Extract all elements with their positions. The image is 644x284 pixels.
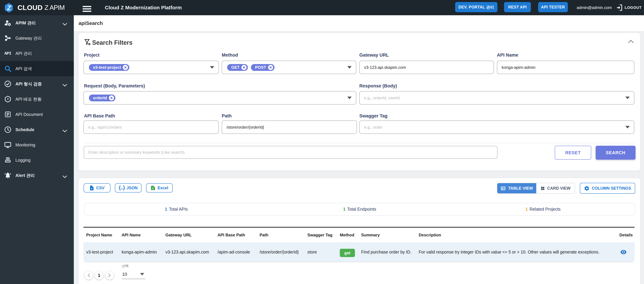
svg-text:X: X xyxy=(152,187,154,190)
svg-text:Z: Z xyxy=(7,4,11,11)
